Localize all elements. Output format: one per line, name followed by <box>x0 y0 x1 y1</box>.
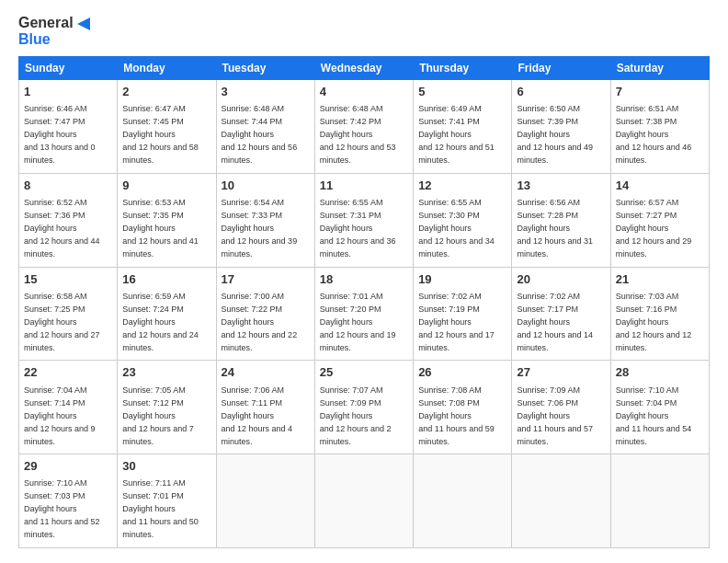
day-info: Sunrise: 6:55 AMSunset: 7:31 PMDaylight … <box>320 198 396 259</box>
day-info: Sunrise: 6:53 AMSunset: 7:35 PMDaylight … <box>122 198 199 259</box>
day-number: 28 <box>616 364 704 381</box>
day-info: Sunrise: 7:07 AMSunset: 7:09 PMDaylight … <box>320 385 392 446</box>
calendar-cell <box>314 454 413 548</box>
col-monday: Monday <box>118 57 216 80</box>
day-number: 2 <box>122 84 210 100</box>
day-info: Sunrise: 6:48 AMSunset: 7:42 PMDaylight … <box>320 104 396 165</box>
col-sunday: Sunday <box>19 57 118 80</box>
calendar-cell: 13 Sunrise: 6:56 AMSunset: 7:28 PMDaylig… <box>512 173 610 267</box>
calendar-cell: 18 Sunrise: 7:01 AMSunset: 7:20 PMDaylig… <box>314 267 413 361</box>
calendar-cell <box>414 454 512 548</box>
day-number: 5 <box>418 84 506 100</box>
day-info: Sunrise: 6:46 AMSunset: 7:47 PMDaylight … <box>24 104 96 165</box>
day-number: 14 <box>616 178 704 194</box>
day-number: 25 <box>320 364 408 381</box>
day-number: 23 <box>122 364 210 381</box>
calendar-cell <box>512 454 610 548</box>
day-number: 18 <box>320 271 408 288</box>
day-number: 19 <box>418 271 506 288</box>
day-info: Sunrise: 7:04 AMSunset: 7:14 PMDaylight … <box>24 385 96 446</box>
day-info: Sunrise: 7:05 AMSunset: 7:12 PMDaylight … <box>122 385 194 446</box>
calendar-cell: 9 Sunrise: 6:53 AMSunset: 7:35 PMDayligh… <box>118 173 216 267</box>
calendar-cell: 19 Sunrise: 7:02 AMSunset: 7:19 PMDaylig… <box>414 267 512 361</box>
calendar-cell: 4 Sunrise: 6:48 AMSunset: 7:42 PMDayligh… <box>314 80 413 174</box>
calendar-cell: 6 Sunrise: 6:50 AMSunset: 7:39 PMDayligh… <box>512 80 610 174</box>
calendar-cell: 12 Sunrise: 6:55 AMSunset: 7:30 PMDaylig… <box>414 173 512 267</box>
calendar-cell <box>610 454 709 548</box>
day-info: Sunrise: 6:59 AMSunset: 7:24 PMDaylight … <box>122 292 199 352</box>
week-row-1: 1 Sunrise: 6:46 AMSunset: 7:47 PMDayligh… <box>19 80 710 174</box>
calendar-cell: 23 Sunrise: 7:05 AMSunset: 7:12 PMDaylig… <box>118 361 216 454</box>
day-number: 7 <box>616 84 704 100</box>
calendar-cell: 24 Sunrise: 7:06 AMSunset: 7:11 PMDaylig… <box>216 361 314 454</box>
day-info: Sunrise: 6:52 AMSunset: 7:36 PMDaylight … <box>24 198 100 259</box>
col-thursday: Thursday <box>414 57 512 80</box>
day-number: 11 <box>320 178 408 194</box>
day-info: Sunrise: 6:49 AMSunset: 7:41 PMDaylight … <box>418 104 495 165</box>
day-info: Sunrise: 7:06 AMSunset: 7:11 PMDaylight … <box>222 385 293 446</box>
calendar-table: Sunday Monday Tuesday Wednesday Thursday… <box>18 56 710 548</box>
week-row-5: 29 Sunrise: 7:10 AMSunset: 7:03 PMDaylig… <box>19 454 710 548</box>
day-number: 26 <box>418 364 506 381</box>
logo: General Blue <box>18 15 94 47</box>
week-row-3: 15 Sunrise: 6:58 AMSunset: 7:25 PMDaylig… <box>19 267 710 361</box>
page-header: General Blue <box>18 15 710 47</box>
svg-marker-0 <box>77 17 90 30</box>
day-number: 6 <box>517 84 605 100</box>
calendar-cell: 26 Sunrise: 7:08 AMSunset: 7:08 PMDaylig… <box>414 361 512 454</box>
calendar-cell: 10 Sunrise: 6:54 AMSunset: 7:33 PMDaylig… <box>216 173 314 267</box>
calendar-cell <box>216 454 314 548</box>
week-row-4: 22 Sunrise: 7:04 AMSunset: 7:14 PMDaylig… <box>19 361 710 454</box>
calendar-cell: 14 Sunrise: 6:57 AMSunset: 7:27 PMDaylig… <box>610 173 709 267</box>
day-number: 12 <box>418 178 506 194</box>
calendar-cell: 21 Sunrise: 7:03 AMSunset: 7:16 PMDaylig… <box>610 267 709 361</box>
calendar-cell: 17 Sunrise: 7:00 AMSunset: 7:22 PMDaylig… <box>216 267 314 361</box>
day-info: Sunrise: 6:56 AMSunset: 7:28 PMDaylight … <box>517 198 593 259</box>
calendar-cell: 22 Sunrise: 7:04 AMSunset: 7:14 PMDaylig… <box>19 361 118 454</box>
day-number: 27 <box>517 364 605 381</box>
day-info: Sunrise: 7:00 AMSunset: 7:22 PMDaylight … <box>222 292 298 352</box>
calendar-cell: 7 Sunrise: 6:51 AMSunset: 7:38 PMDayligh… <box>610 80 709 174</box>
day-info: Sunrise: 6:57 AMSunset: 7:27 PMDaylight … <box>616 198 692 259</box>
day-info: Sunrise: 6:47 AMSunset: 7:45 PMDaylight … <box>122 104 199 165</box>
day-number: 16 <box>122 271 210 288</box>
calendar-header-row: Sunday Monday Tuesday Wednesday Thursday… <box>19 57 710 80</box>
calendar-cell: 28 Sunrise: 7:10 AMSunset: 7:04 PMDaylig… <box>610 361 709 454</box>
day-info: Sunrise: 7:11 AMSunset: 7:01 PMDaylight … <box>122 478 199 539</box>
week-row-2: 8 Sunrise: 6:52 AMSunset: 7:36 PMDayligh… <box>19 173 710 267</box>
day-number: 22 <box>24 364 112 381</box>
calendar-cell: 20 Sunrise: 7:02 AMSunset: 7:17 PMDaylig… <box>512 267 610 361</box>
day-info: Sunrise: 6:48 AMSunset: 7:44 PMDaylight … <box>222 104 298 165</box>
day-info: Sunrise: 7:01 AMSunset: 7:20 PMDaylight … <box>320 292 396 352</box>
day-number: 21 <box>616 271 704 288</box>
calendar-cell: 15 Sunrise: 6:58 AMSunset: 7:25 PMDaylig… <box>19 267 118 361</box>
day-number: 30 <box>122 458 210 475</box>
day-number: 29 <box>24 458 112 475</box>
day-info: Sunrise: 7:10 AMSunset: 7:04 PMDaylight … <box>616 385 692 446</box>
calendar-cell: 25 Sunrise: 7:07 AMSunset: 7:09 PMDaylig… <box>314 361 413 454</box>
day-info: Sunrise: 6:58 AMSunset: 7:25 PMDaylight … <box>24 292 100 352</box>
calendar-cell: 3 Sunrise: 6:48 AMSunset: 7:44 PMDayligh… <box>216 80 314 174</box>
day-number: 24 <box>222 364 310 381</box>
calendar-cell: 27 Sunrise: 7:09 AMSunset: 7:06 PMDaylig… <box>512 361 610 454</box>
day-number: 20 <box>517 271 605 288</box>
day-number: 9 <box>122 178 210 194</box>
day-number: 10 <box>222 178 310 194</box>
day-number: 8 <box>24 178 112 194</box>
calendar-cell: 8 Sunrise: 6:52 AMSunset: 7:36 PMDayligh… <box>19 173 118 267</box>
calendar-cell: 11 Sunrise: 6:55 AMSunset: 7:31 PMDaylig… <box>314 173 413 267</box>
day-number: 13 <box>517 178 605 194</box>
col-tuesday: Tuesday <box>216 57 314 80</box>
calendar-cell: 5 Sunrise: 6:49 AMSunset: 7:41 PMDayligh… <box>414 80 512 174</box>
day-info: Sunrise: 6:50 AMSunset: 7:39 PMDaylight … <box>517 104 593 165</box>
calendar-cell: 1 Sunrise: 6:46 AMSunset: 7:47 PMDayligh… <box>19 80 118 174</box>
col-saturday: Saturday <box>610 57 709 80</box>
day-info: Sunrise: 7:02 AMSunset: 7:19 PMDaylight … <box>418 292 495 352</box>
calendar-cell: 30 Sunrise: 7:11 AMSunset: 7:01 PMDaylig… <box>118 454 216 548</box>
calendar-cell: 16 Sunrise: 6:59 AMSunset: 7:24 PMDaylig… <box>118 267 216 361</box>
day-number: 4 <box>320 84 408 100</box>
day-number: 3 <box>222 84 310 100</box>
col-friday: Friday <box>512 57 610 80</box>
day-info: Sunrise: 7:09 AMSunset: 7:06 PMDaylight … <box>517 385 593 446</box>
calendar-cell: 29 Sunrise: 7:10 AMSunset: 7:03 PMDaylig… <box>19 454 118 548</box>
